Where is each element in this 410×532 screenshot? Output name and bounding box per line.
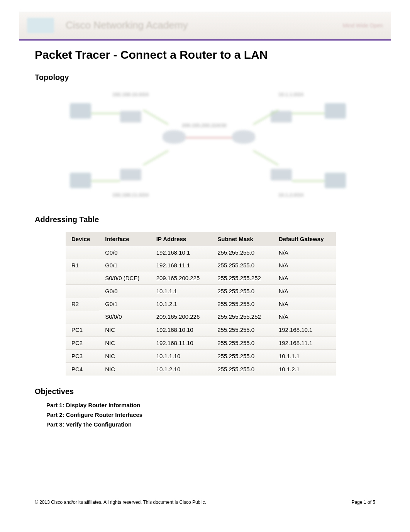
table-row: R2G0/010.1.1.1255.255.255.0N/A bbox=[66, 285, 336, 298]
table-row: R1G0/0192.168.10.1255.255.255.0N/A bbox=[66, 246, 336, 259]
header-banner: Cisco Networking Academy Mind Wide Open bbox=[19, 12, 391, 41]
cell-mask: 255.255.255.252 bbox=[212, 310, 273, 323]
cell-gateway: N/A bbox=[273, 310, 336, 323]
cell-ip: 10.1.1.10 bbox=[151, 350, 212, 363]
table-row: PC1NIC192.168.10.10255.255.255.0192.168.… bbox=[66, 323, 336, 337]
link-line bbox=[143, 109, 168, 125]
cell-ip: 192.168.11.1 bbox=[151, 259, 212, 272]
cell-mask: 255.255.255.0 bbox=[212, 297, 273, 310]
cell-gateway: N/A bbox=[273, 285, 336, 298]
cell-device: PC3 bbox=[66, 350, 99, 363]
objectives-list: Part 1: Display Router Information Part … bbox=[46, 402, 375, 428]
cell-device: PC4 bbox=[66, 363, 99, 376]
objective-item: Part 2: Configure Router Interfaces bbox=[46, 411, 375, 418]
cell-ip: 209.165.200.225 bbox=[151, 272, 212, 285]
link-line bbox=[186, 137, 232, 138]
pc-icon bbox=[70, 173, 91, 188]
cell-ip: 209.165.200.226 bbox=[151, 310, 212, 323]
switch-icon bbox=[120, 169, 141, 180]
table-row: PC2NIC192.168.11.10255.255.255.0192.168.… bbox=[66, 337, 336, 350]
cell-interface: S0/0/0 (DCE) bbox=[99, 272, 151, 285]
network-label: 10.1.1.0/24 bbox=[278, 92, 303, 97]
link-line bbox=[143, 150, 168, 165]
table-row: S0/0/0209.165.200.226255.255.255.252N/A bbox=[66, 310, 336, 323]
router-icon bbox=[232, 130, 255, 144]
network-label: 209.165.200.224/30 bbox=[182, 122, 227, 128]
network-label: 192.168.10.0/24 bbox=[112, 92, 149, 97]
cell-ip: 192.168.10.10 bbox=[151, 323, 212, 337]
switch-icon bbox=[120, 111, 141, 122]
cell-gateway: 192.168.11.1 bbox=[273, 337, 336, 350]
link-line bbox=[91, 180, 120, 182]
table-row: G0/1192.168.11.1255.255.255.0N/A bbox=[66, 259, 336, 272]
cell-mask: 255.255.255.0 bbox=[212, 323, 273, 337]
table-row: PC4NIC10.1.2.10255.255.255.010.1.2.1 bbox=[66, 363, 336, 376]
cell-ip: 10.1.2.1 bbox=[151, 297, 212, 310]
page-footer: © 2013 Cisco and/or its affiliates. All … bbox=[35, 500, 375, 505]
banner-tagline: Mind Wide Open bbox=[343, 22, 383, 29]
cell-interface: NIC bbox=[99, 350, 151, 363]
cell-interface: G0/0 bbox=[99, 285, 151, 298]
table-row: PC3NIC10.1.1.10255.255.255.010.1.1.1 bbox=[66, 350, 336, 363]
pc-icon bbox=[325, 173, 346, 188]
addressing-table-heading: Addressing Table bbox=[35, 215, 375, 224]
pc-icon bbox=[70, 103, 91, 119]
addressing-table: Device Interface IP Address Subnet Mask … bbox=[66, 232, 336, 376]
cell-interface: NIC bbox=[99, 323, 151, 337]
footer-page-number: Page 1 of 5 bbox=[352, 500, 375, 505]
cell-mask: 255.255.255.0 bbox=[212, 337, 273, 350]
cell-interface: NIC bbox=[99, 337, 151, 350]
objective-item: Part 3: Verify the Configuration bbox=[46, 421, 375, 428]
cell-device: R2 bbox=[66, 285, 99, 323]
topology-heading: Topology bbox=[35, 73, 375, 82]
cell-mask: 255.255.255.0 bbox=[212, 285, 273, 298]
col-mask: Subnet Mask bbox=[212, 232, 273, 246]
col-ip: IP Address bbox=[151, 232, 212, 246]
cell-mask: 255.255.255.0 bbox=[212, 259, 273, 272]
footer-copyright: © 2013 Cisco and/or its affiliates. All … bbox=[35, 500, 206, 505]
cell-mask: 255.255.255.0 bbox=[212, 350, 273, 363]
cell-interface: S0/0/0 bbox=[99, 310, 151, 323]
page-title: Packet Tracer - Connect a Router to a LA… bbox=[35, 48, 375, 61]
cell-gateway: N/A bbox=[273, 272, 336, 285]
cell-gateway: N/A bbox=[273, 259, 336, 272]
banner-title: Cisco Networking Academy bbox=[66, 19, 188, 31]
cell-ip: 10.1.1.1 bbox=[151, 285, 212, 298]
objective-item: Part 1: Display Router Information bbox=[46, 402, 375, 408]
network-label: 192.168.11.0/24 bbox=[112, 192, 149, 198]
link-line bbox=[91, 113, 120, 114]
switch-icon bbox=[271, 169, 292, 180]
table-header-row: Device Interface IP Address Subnet Mask … bbox=[66, 232, 336, 246]
cell-device: PC2 bbox=[66, 337, 99, 350]
cell-gateway: 10.1.2.1 bbox=[273, 363, 336, 376]
cisco-logo-icon bbox=[27, 18, 54, 33]
cell-interface: G0/0 bbox=[99, 246, 151, 259]
topology-diagram: 192.168.10.0/24 10.1.1.0/24 209.165.200.… bbox=[54, 88, 356, 204]
cell-device: PC1 bbox=[66, 323, 99, 337]
cell-device: R1 bbox=[66, 246, 99, 285]
cell-interface: G0/1 bbox=[99, 259, 151, 272]
cell-ip: 192.168.11.10 bbox=[151, 337, 212, 350]
objectives-heading: Objectives bbox=[35, 387, 375, 396]
router-icon bbox=[163, 130, 186, 144]
cell-interface: NIC bbox=[99, 363, 151, 376]
table-row: G0/110.1.2.1255.255.255.0N/A bbox=[66, 297, 336, 310]
col-device: Device bbox=[66, 232, 99, 246]
cell-ip: 10.1.2.10 bbox=[151, 363, 212, 376]
col-interface: Interface bbox=[99, 232, 151, 246]
cell-gateway: N/A bbox=[273, 246, 336, 259]
network-label: 10.1.2.0/24 bbox=[278, 192, 303, 198]
table-row: S0/0/0 (DCE)209.165.200.225255.255.255.2… bbox=[66, 272, 336, 285]
cell-gateway: 10.1.1.1 bbox=[273, 350, 336, 363]
pc-icon bbox=[325, 103, 346, 119]
cell-gateway: 192.168.10.1 bbox=[273, 323, 336, 337]
cell-ip: 192.168.10.1 bbox=[151, 246, 212, 259]
cell-interface: G0/1 bbox=[99, 297, 151, 310]
link-line bbox=[292, 180, 325, 182]
cell-mask: 255.255.255.252 bbox=[212, 272, 273, 285]
col-gateway: Default Gateway bbox=[273, 232, 336, 246]
link-line bbox=[253, 150, 278, 165]
cell-gateway: N/A bbox=[273, 297, 336, 310]
link-line bbox=[292, 113, 325, 114]
cell-mask: 255.255.255.0 bbox=[212, 246, 273, 259]
